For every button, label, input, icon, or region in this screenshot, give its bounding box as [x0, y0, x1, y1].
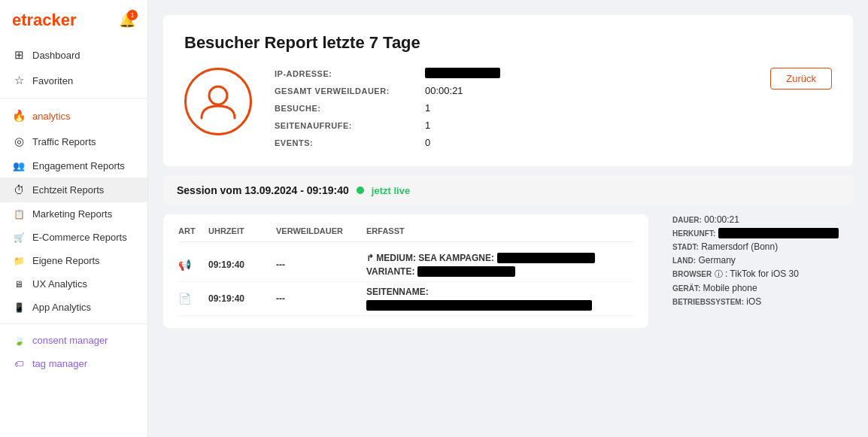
- sidebar-item-dashboard[interactable]: ⊞ Dashboard: [0, 42, 147, 68]
- row2-time: 09:19:40: [208, 293, 276, 304]
- eigene-icon: 📁: [12, 256, 26, 266]
- row1-redacted2: [417, 266, 515, 277]
- gesamt-label: GESAMT VERWEILDAUER:: [275, 86, 425, 96]
- back-button[interactable]: Zurück: [770, 68, 832, 90]
- ip-label: IP-ADRESSE:: [275, 69, 425, 78]
- sidebar-item-label: Engagement Reports: [32, 160, 125, 171]
- logo: etracker: [12, 11, 77, 30]
- sidebar-item-label: App Analytics: [32, 302, 91, 313]
- seitenaufrufe-label: SEITENAUFRUFE:: [275, 121, 425, 130]
- sidebar-item-label: Traffic Reports: [32, 136, 96, 147]
- events-table-header: ART UHRZEIT VERWEILDAUER ERFASST: [178, 226, 633, 242]
- sidebar-item-eigene-reports[interactable]: 📁 Eigene Reports: [0, 249, 147, 272]
- browser-value: : TikTok for iOS 30: [725, 269, 799, 279]
- sidebar-item-echtzeit-reports[interactable]: ⏱ Echtzeit Reports: [0, 178, 147, 202]
- row1-time: 09:19:40: [208, 259, 276, 270]
- notification-bell-button[interactable]: 🔔 1: [119, 12, 135, 29]
- sidebar-item-label: E-Commerce Reports: [32, 232, 127, 243]
- ux-icon: 🖥: [12, 279, 26, 290]
- stadt-label: STADT:: [672, 243, 699, 251]
- session-label: Session vom 13.09.2024 - 09:19:40: [177, 184, 349, 196]
- sidebar-item-marketing-reports[interactable]: 📋 Marketing Reports: [0, 202, 147, 226]
- sidebar-item-tag-manager[interactable]: 🏷 tag manager: [0, 352, 147, 375]
- browser-row: BROWSER ⓘ : TikTok for iOS 30: [672, 269, 853, 280]
- visitor-fields: IP-ADRESSE: GESAMT VERWEILDAUER: 00:00:2…: [275, 68, 748, 148]
- stadt-row: STADT: Ramersdorf (Bonn): [672, 241, 853, 252]
- sidebar-item-label: tag manager: [32, 358, 87, 369]
- sidebar-item-label: Dashboard: [32, 50, 80, 61]
- sidebar-item-label: Favoriten: [32, 75, 73, 86]
- land-row: LAND: Germany: [672, 255, 853, 266]
- row2-content: SEITENNAME:: [366, 287, 633, 311]
- header-verweildauer: VERWEILDAUER: [276, 226, 366, 235]
- dashboard-icon: ⊞: [12, 48, 26, 62]
- sidebar-item-engagement-reports[interactable]: 👥 Engagement Reports: [0, 154, 147, 178]
- table-row: 📢 09:19:40 --- ↱ MEDIUM: SEA KAMPAGNE: V…: [178, 248, 633, 282]
- header-erfasst: ERFASST: [366, 226, 633, 235]
- herkunft-redacted: [718, 228, 839, 238]
- analytics-icon: 🔥: [12, 109, 26, 123]
- sidebar: etracker 🔔 1 ⊞ Dashboard ☆ Favoriten 🔥 a…: [0, 0, 148, 437]
- sidebar-item-traffic-reports[interactable]: ◎ Traffic Reports: [0, 129, 147, 154]
- ecommerce-icon: 🛒: [12, 232, 26, 243]
- row2-prefix: SEITENNAME:: [366, 287, 429, 297]
- besuche-label: BESUCHE:: [275, 104, 425, 113]
- marketing-icon: 📋: [12, 209, 26, 220]
- land-value: Germany: [698, 255, 735, 266]
- session-bar: Session vom 13.09.2024 - 09:19:40 jetzt …: [163, 175, 853, 205]
- gesamt-value: 00:00:21: [425, 85, 748, 96]
- live-label: jetzt live: [372, 185, 410, 196]
- section-label: analytics: [32, 111, 71, 122]
- events-value: 0: [425, 137, 748, 148]
- echtzeit-icon: ⏱: [12, 184, 26, 196]
- row1-type-icon: 📢: [178, 259, 208, 271]
- sidebar-section-analytics[interactable]: 🔥 analytics: [0, 103, 147, 129]
- herkunft-label: HERKUNFT:: [672, 229, 715, 238]
- bottom-row: ART UHRZEIT VERWEILDAUER ERFASST 📢 09:19…: [163, 214, 853, 328]
- besuche-value: 1: [425, 102, 748, 114]
- notification-badge: 1: [127, 10, 138, 20]
- header-uhrzeit: UHRZEIT: [208, 226, 276, 235]
- sidebar-item-ecommerce-reports[interactable]: 🛒 E-Commerce Reports: [0, 226, 147, 249]
- table-row: 📄 09:19:40 --- SEITENNAME:: [178, 282, 633, 316]
- events-label: EVENTS:: [275, 138, 425, 147]
- visitor-report-card: Besucher Report letzte 7 Tage IP-ADRESSE…: [163, 15, 853, 166]
- app-icon: 📱: [12, 302, 26, 313]
- row2-type-icon: 📄: [178, 293, 208, 305]
- sidebar-item-label: UX Analytics: [32, 278, 87, 290]
- traffic-icon: ◎: [12, 135, 26, 148]
- sidebar-item-favoriten[interactable]: ☆ Favoriten: [0, 68, 147, 93]
- visitor-avatar: [184, 68, 252, 135]
- sidebar-item-ux-analytics[interactable]: 🖥 UX Analytics: [0, 272, 147, 296]
- betriebssystem-label: BETRIEBSSYSTEM:: [672, 298, 744, 306]
- browser-info-icon: ⓘ: [715, 269, 723, 278]
- svg-point-0: [209, 86, 227, 105]
- ip-value: [425, 68, 748, 79]
- seitenaufrufe-value: 1: [425, 120, 748, 131]
- sidebar-item-label: Eigene Reports: [32, 255, 100, 266]
- geraet-value: Mobile phone: [703, 283, 757, 293]
- herkunft-row: HERKUNFT:: [672, 228, 853, 238]
- land-label: LAND:: [672, 256, 696, 265]
- star-icon: ☆: [12, 74, 26, 87]
- browser-label: BROWSER: [672, 270, 712, 278]
- sidebar-item-consent-manager[interactable]: 🍃 consent manager: [0, 329, 147, 352]
- main-content: Besucher Report letzte 7 Tage IP-ADRESSE…: [148, 0, 868, 437]
- stadt-value: Ramersdorf (Bonn): [701, 241, 778, 252]
- header-art: ART: [178, 226, 208, 235]
- events-table-card: ART UHRZEIT VERWEILDAUER ERFASST 📢 09:19…: [163, 214, 648, 328]
- betriebssystem-row: BETRIEBSSYSTEM: iOS: [672, 296, 853, 307]
- row1-redacted1: [497, 253, 595, 263]
- sidebar-item-app-analytics[interactable]: 📱 App Analytics: [0, 296, 147, 319]
- sidebar-nav: ⊞ Dashboard ☆ Favoriten 🔥 analytics ◎ Tr…: [0, 39, 147, 437]
- row1-content: ↱ MEDIUM: SEA KAMPAGNE: VARIANTE:: [366, 253, 633, 277]
- geraet-label: GERÄT:: [672, 284, 700, 293]
- dauer-value: 00:00:21: [704, 214, 739, 225]
- engagement-icon: 👥: [12, 160, 26, 171]
- ip-redacted: [425, 68, 500, 78]
- right-info-panel: DAUER: 00:00:21 HERKUNFT: STADT: Ramersd…: [672, 214, 853, 310]
- logo-area: etracker 🔔 1: [0, 0, 147, 39]
- tag-icon: 🏷: [12, 359, 26, 369]
- avatar-svg: [196, 79, 241, 124]
- geraet-row: GERÄT: Mobile phone: [672, 283, 853, 293]
